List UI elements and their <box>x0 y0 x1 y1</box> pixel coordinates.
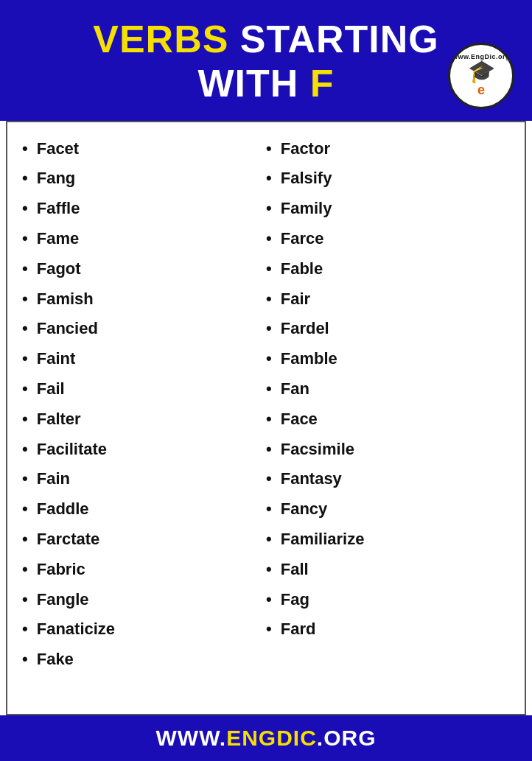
list-item: Fangle <box>22 585 266 615</box>
left-column: FacetFangFaffleFameFagotFamishFanciedFai… <box>22 134 266 702</box>
list-item: Falsify <box>266 164 510 194</box>
list-item: Fan <box>266 374 510 404</box>
footer-highlight: ENGDIC <box>226 726 317 750</box>
list-item: Famish <box>22 284 266 315</box>
logo-graduation-icon: 🎓 <box>468 60 495 83</box>
header-highlight-word: VERBS <box>93 18 228 60</box>
list-item: Famble <box>266 344 510 374</box>
footer-text: WWW.ENGDIC.ORG <box>156 726 377 750</box>
list-item: Fard <box>266 614 510 645</box>
list-item: Falter <box>22 404 266 435</box>
site-logo: www.EngDic.org 🎓 e <box>448 43 514 109</box>
list-item: Fardel <box>266 314 510 344</box>
header-letter: F <box>310 62 335 105</box>
list-item: Fag <box>266 585 510 615</box>
list-item: Familiarize <box>266 525 510 555</box>
list-item: Fanaticize <box>22 614 266 645</box>
list-item: Facsimile <box>266 435 510 465</box>
page-footer: WWW.ENGDIC.ORG <box>0 715 532 761</box>
list-item: Fain <box>22 464 266 494</box>
list-item: Fagot <box>22 254 266 284</box>
list-item: Farctate <box>22 525 266 555</box>
list-item: Factor <box>266 134 510 164</box>
list-item: Fable <box>266 254 510 284</box>
list-item: Fabric <box>22 555 266 585</box>
header-title: VERBS STARTINGWITH F <box>15 18 517 106</box>
page-header: VERBS STARTINGWITH F www.EngDic.org 🎓 e <box>0 0 532 121</box>
words-content: FacetFangFaffleFameFagotFamishFanciedFai… <box>6 121 526 715</box>
list-item: Fail <box>22 374 266 404</box>
list-item: Family <box>266 194 510 224</box>
list-item: Fantasy <box>266 464 510 494</box>
right-column: FactorFalsifyFamilyFarceFableFairFardelF… <box>266 134 510 702</box>
list-item: Fancied <box>22 314 266 344</box>
list-item: Fame <box>22 224 266 254</box>
list-item: Fancy <box>266 494 510 525</box>
list-item: Faddle <box>22 494 266 525</box>
list-item: Fang <box>22 164 266 194</box>
list-item: Fall <box>266 555 510 585</box>
list-item: Fake <box>22 645 266 675</box>
list-item: Facet <box>22 134 266 164</box>
list-item: Face <box>266 404 510 435</box>
list-item: Facilitate <box>22 435 266 465</box>
list-item: Faint <box>22 344 266 374</box>
logo-letter-icon: e <box>477 83 485 98</box>
list-item: Faffle <box>22 194 266 224</box>
list-item: Farce <box>266 224 510 254</box>
list-item: Fair <box>266 284 510 315</box>
